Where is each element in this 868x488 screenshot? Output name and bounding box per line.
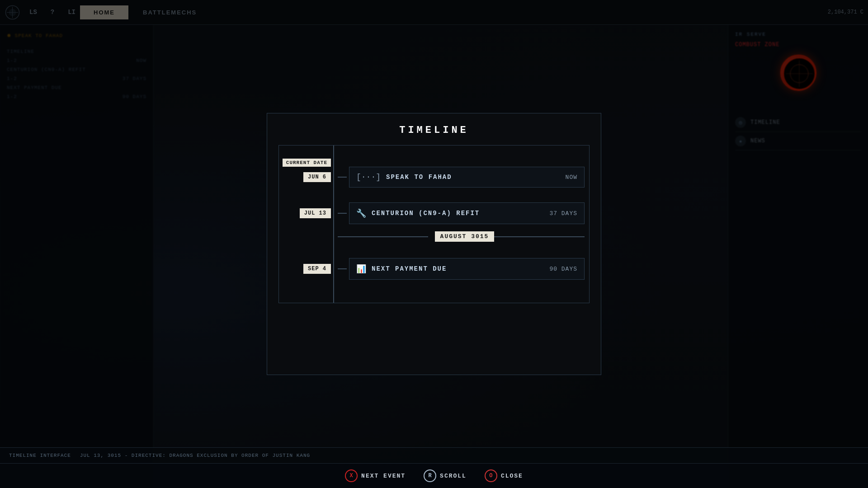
date-sep4: SEP 4 xyxy=(303,264,331,274)
date-jul13: JUL 13 xyxy=(300,208,331,218)
scroll-label: SCROLL xyxy=(440,473,467,479)
event-time-2: 37 DAYS xyxy=(549,210,577,217)
close-label: CLOSE xyxy=(501,473,523,479)
event-icon-3: 📊 xyxy=(356,264,366,274)
timeline-row-2: JUL 13 🔧 CENTURION (CN9-A) REFIT 37 DAYS xyxy=(283,202,585,225)
close-button[interactable]: O CLOSE xyxy=(485,469,523,482)
x-button-icon: X xyxy=(345,469,358,482)
month-label: AUGUST 3015 xyxy=(435,231,495,242)
next-event-button[interactable]: X NEXT EVENT xyxy=(345,469,406,482)
event-card-2[interactable]: 🔧 CENTURION (CN9-A) REFIT 37 DAYS xyxy=(349,202,585,224)
timeline-row-1: CURRENT DATE JUN 6 [···] SPEAK TO FAHAD … xyxy=(283,166,585,188)
status-text-2: JUL 13, 3015 - DIRECTIVE: DRAGONS EXCLUS… xyxy=(80,453,310,458)
date-section-1: CURRENT DATE JUN 6 xyxy=(283,172,338,182)
spacer-1 xyxy=(283,193,585,202)
connector-3 xyxy=(338,268,347,269)
current-date-label: CURRENT DATE xyxy=(283,159,331,167)
month-line xyxy=(338,236,428,237)
circle-button-icon: O xyxy=(485,469,497,482)
event-name-3: NEXT PAYMENT DUE xyxy=(372,265,544,272)
spacer-2 xyxy=(283,249,585,258)
bottom-controls: X NEXT EVENT R SCROLL O CLOSE xyxy=(0,463,868,488)
date-section-3: SEP 4 xyxy=(283,264,338,274)
event-time-3: 90 DAYS xyxy=(549,266,577,272)
month-separator: AUGUST 3015 xyxy=(283,231,585,242)
modal-title: TIMELINE xyxy=(278,125,590,136)
event-name-2: CENTURION (CN9-A) REFIT xyxy=(372,210,544,217)
status-text-1: TIMELINE INTERFACE xyxy=(9,453,71,458)
event-icon-2: 🔧 xyxy=(356,208,366,218)
event-name-1: SPEAK TO FAHAD xyxy=(386,174,560,181)
timeline-modal: TIMELINE CURRENT DATE JUN 6 [···] SPEAK … xyxy=(267,113,601,375)
event-card-3[interactable]: 📊 NEXT PAYMENT DUE 90 DAYS xyxy=(349,258,585,280)
month-line-right xyxy=(494,236,585,237)
next-event-label: NEXT EVENT xyxy=(361,473,406,479)
date-section-2: JUL 13 xyxy=(283,208,338,218)
event-card-1[interactable]: [···] SPEAK TO FAHAD NOW xyxy=(349,167,585,188)
event-time-1: NOW xyxy=(566,174,577,181)
connector-1 xyxy=(338,177,347,178)
timeline-content: CURRENT DATE JUN 6 [···] SPEAK TO FAHAD … xyxy=(278,145,590,303)
modal-overlay: TIMELINE CURRENT DATE JUN 6 [···] SPEAK … xyxy=(0,0,868,488)
scroll-button[interactable]: R SCROLL xyxy=(424,469,467,482)
connector-2 xyxy=(338,213,347,214)
timeline-row-3: SEP 4 📊 NEXT PAYMENT DUE 90 DAYS xyxy=(283,258,585,280)
r-button-icon: R xyxy=(424,469,436,482)
status-bar: TIMELINE INTERFACE JUL 13, 3015 - DIRECT… xyxy=(0,447,868,463)
date-jun6: JUN 6 xyxy=(303,172,331,182)
event-icon-1: [···] xyxy=(356,173,381,182)
